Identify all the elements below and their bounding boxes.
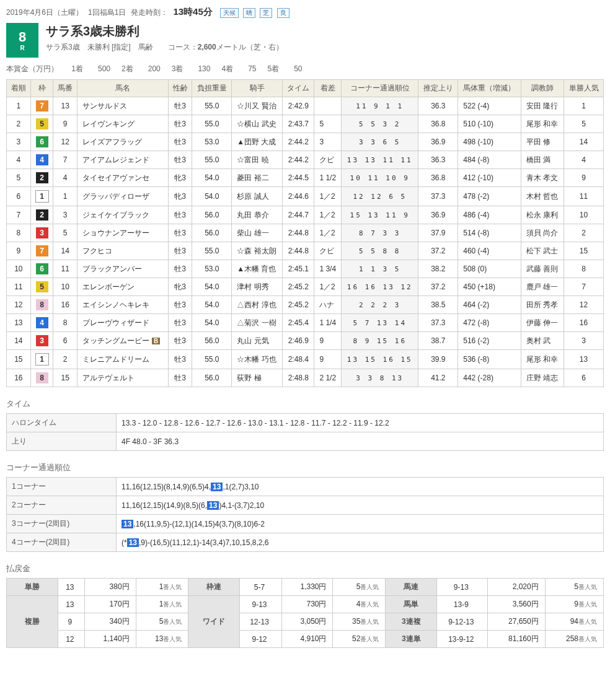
date: 2019年4月6日（土曜）	[6, 7, 83, 18]
table-row: 12 8 16 エイシンノヘキレキ 牡3 54.0 △西村 淳也 2:45.2 …	[7, 296, 604, 314]
table-row: 15 1 2 ミレニアムドリーム 牡3 55.0 ☆木幡 巧也 2:48.4 9…	[7, 350, 604, 369]
time-section-title: タイム	[6, 398, 604, 409]
col-header: 馬番	[53, 80, 77, 97]
payout-title: 払戻金	[6, 563, 604, 574]
table-row: 14 3 6 タッチングムービーB 牡3 56.0 丸山 元気 2:46.9 9…	[7, 332, 604, 350]
track-label: 芝	[260, 8, 272, 18]
table-row: 11 5 10 エレンボーゲン 牝3 54.0 津村 明秀 2:45.2 1／2…	[7, 278, 604, 296]
weather-value: 晴	[243, 8, 255, 18]
time-table: ハロンタイム13.3 - 12.0 - 12.8 - 12.6 - 12.7 -…	[6, 413, 604, 451]
track-value: 良	[277, 8, 290, 18]
col-header: 負担重量	[192, 80, 232, 97]
payout-table: 単勝13380円1番人気枠連5-71,330円5番人気馬連9-132,020円5…	[6, 578, 604, 648]
weather-label: 天候	[220, 8, 239, 18]
table-row: 5 2 4 タイセイアヴァンセ 牝3 54.0 菱田 裕二 2:44.5 1 1…	[7, 169, 604, 187]
table-row: 4 4 7 アイアムレジェンド 牡3 55.0 ☆富田 暁 2:44.2 クビ …	[7, 151, 604, 169]
table-row: 6 1 1 グラッパディローザ 牝3 54.0 杉原 誠人 2:44.6 1／2…	[7, 187, 604, 206]
corner-table: 1コーナー11,16(12,15)(8,14,9)(6,5)4,13,1(2,7…	[6, 477, 604, 552]
table-row: 8 3 5 ショウナンアーサー 牡3 56.0 柴山 雄一 2:44.8 1／2…	[7, 224, 604, 242]
col-header: 騎手	[232, 80, 283, 97]
table-row: 9 7 14 フクヒコ 牡3 55.0 ☆森 裕太朗 2:44.8 クビ 5 5…	[7, 242, 604, 260]
table-row: 7 2 3 ジェイケイブラック 牡3 56.0 丸田 恭介 2:44.7 1／2…	[7, 206, 604, 224]
race-subtitle: サラ系3歳 未勝利 [指定] 馬齢 コース：2,600メートル（芝・右）	[46, 42, 283, 53]
prize-line: 本賞金（万円） 1着 5002着 2003着 1304着 755着 50	[6, 64, 604, 74]
col-header: コーナー通過順位	[342, 80, 418, 97]
table-row: 10 6 11 ブラックアンバー 牡3 53.0 ▲木幡 育也 2:45.1 1…	[7, 260, 604, 278]
start-label: 発走時刻：	[131, 7, 168, 18]
col-header: タイム	[283, 80, 314, 97]
race-title: サラ系3歳未勝利	[46, 23, 283, 40]
result-table: 着順枠馬番馬名性齢負担重量騎手タイム着差コーナー通過順位推定上り馬体重（増減）調…	[6, 79, 604, 387]
table-row: 3 6 12 レイズアフラッグ 牡3 53.0 ▲団野 大成 2:44.2 3 …	[7, 133, 604, 151]
col-header: 着差	[314, 80, 342, 97]
col-header: 単勝人気	[564, 80, 604, 97]
col-header: 調教師	[521, 80, 564, 97]
col-header: 馬体重（増減）	[458, 80, 521, 97]
col-header: 枠	[30, 80, 53, 97]
corner-section-title: コーナー通過順位	[6, 462, 604, 473]
race-header: 2019年4月6日（土曜） 1回福島1日 発走時刻： 13時45分 天候 晴 芝…	[6, 6, 604, 58]
col-header: 馬名	[77, 80, 169, 97]
col-header: 性齢	[168, 80, 192, 97]
table-row: 16 8 15 アルテヴェルト 牡3 56.0 荻野 極 2:48.8 2 1/…	[7, 369, 604, 387]
meeting: 1回福島1日	[88, 7, 126, 18]
table-row: 1 7 13 サンサルドス 牡3 55.0 ☆川又 賢治 2:42.9 11 9…	[7, 97, 604, 115]
table-row: 2 5 9 レイヴンキング 牡3 55.0 ☆横山 武史 2:43.7 5 5 …	[7, 115, 604, 133]
col-header: 推定上り	[418, 80, 458, 97]
start-time: 13時45分	[173, 6, 212, 18]
col-header: 着順	[7, 80, 31, 97]
table-row: 13 4 8 ブレーヴウィザード 牡3 54.0 △菊沢 一樹 2:45.4 1…	[7, 314, 604, 332]
race-number: 8R	[6, 23, 38, 58]
